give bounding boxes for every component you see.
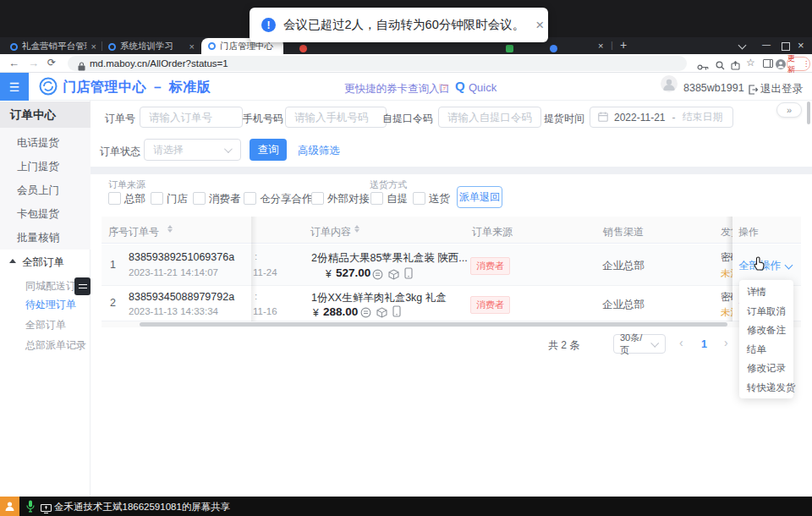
search-button[interactable]: 查询 bbox=[250, 139, 287, 161]
cell-index: 2 bbox=[110, 297, 116, 309]
action-dropdown-menu: 详情 订单取消 修改备注 结单 修改记录 转快递发货 bbox=[739, 280, 793, 398]
checkbox-hq-label[interactable]: 总部 bbox=[124, 192, 145, 206]
receipt-icon[interactable] bbox=[372, 268, 383, 283]
package-icon[interactable] bbox=[376, 306, 387, 321]
collapse-filters-button[interactable]: » bbox=[776, 102, 802, 118]
sidebar-item-card-pickup[interactable]: 卡包提货 bbox=[17, 207, 59, 222]
reload-button[interactable]: ⟳ bbox=[47, 57, 56, 69]
share-icon[interactable] bbox=[731, 58, 740, 74]
chrome-update-button[interactable]: 更新 ⋮ bbox=[787, 57, 810, 71]
window-close-button[interactable]: × bbox=[798, 39, 804, 52]
sidebar-item-door-pickup[interactable]: 上门提货 bbox=[17, 160, 59, 174]
page-size-value: 30条/页 bbox=[620, 332, 651, 357]
phone-input[interactable] bbox=[285, 107, 387, 128]
cell-created-at: 2023-11-21 14:14:07 bbox=[129, 267, 218, 277]
forward-button[interactable]: → bbox=[28, 57, 39, 69]
side-panel-icon[interactable] bbox=[763, 59, 773, 68]
collapse-icon: » bbox=[787, 106, 792, 115]
receipt-icon[interactable] bbox=[360, 306, 371, 321]
advanced-filter-link[interactable]: 高级筛选 bbox=[298, 144, 340, 158]
sidebar-item-member-visit[interactable]: 会员上门 bbox=[17, 184, 59, 198]
pagination-next[interactable]: › bbox=[724, 336, 728, 349]
microphone-icon[interactable] bbox=[26, 500, 35, 516]
sidebar-section-order-center[interactable]: 订单中心 bbox=[0, 102, 91, 128]
pickup-time-label: 提货时间 bbox=[544, 112, 584, 126]
source-group-label: 订单来源 bbox=[108, 178, 145, 191]
logout-button[interactable]: 退出登录 bbox=[760, 82, 803, 96]
table-hscrollbar-thumb[interactable] bbox=[140, 322, 727, 327]
dispatch-return-button[interactable]: 派单退回 bbox=[457, 186, 502, 208]
pointing-finger-icon: ☞ bbox=[438, 80, 449, 95]
fixed-left-shadow bbox=[251, 217, 257, 321]
menu-item-details[interactable]: 详情 bbox=[739, 283, 793, 302]
checkbox-self-pickup[interactable] bbox=[370, 192, 383, 205]
tab-close-icon[interactable]: × bbox=[91, 41, 96, 52]
checkbox-warehouse-coop-label[interactable]: 仓分享合作 bbox=[260, 192, 313, 206]
window-minimize-button[interactable]: — bbox=[762, 40, 771, 49]
hidden-tab-close-icon[interactable]: × bbox=[598, 41, 603, 51]
zoom-icon[interactable] bbox=[716, 58, 725, 74]
sidebar-subitem-all-orders[interactable]: 全部订单 bbox=[25, 318, 66, 332]
share-app-badge[interactable] bbox=[0, 497, 19, 516]
checkbox-store-label[interactable]: 门店 bbox=[167, 192, 188, 206]
tab-training[interactable]: 系统培训学习 × bbox=[103, 39, 199, 54]
coupon-query-link[interactable]: 更快捷的券卡查询入口 bbox=[344, 82, 450, 96]
page-scrollbar-thumb[interactable] bbox=[807, 102, 810, 124]
quick-search-icon[interactable]: Q bbox=[455, 79, 465, 93]
checkbox-external[interactable] bbox=[311, 192, 324, 205]
checkbox-delivery[interactable] bbox=[413, 192, 425, 205]
checkbox-self-pickup-label[interactable]: 自提 bbox=[387, 192, 408, 206]
window-maximize-button[interactable] bbox=[782, 42, 790, 51]
order-status-label: 订单状态 bbox=[100, 145, 140, 159]
toast-close-icon[interactable]: × bbox=[535, 17, 544, 34]
new-tab-button[interactable]: + bbox=[620, 38, 627, 52]
back-button[interactable]: ← bbox=[8, 57, 19, 69]
order-no-input[interactable] bbox=[140, 107, 243, 128]
hidden-tab-favicon-blue bbox=[550, 45, 557, 52]
checkbox-external-label[interactable]: 外部对接 bbox=[327, 192, 370, 206]
logout-icon bbox=[748, 83, 758, 98]
date-range-input[interactable]: 2022-11-21 - 结束日期 bbox=[590, 107, 733, 128]
checkbox-consumer-label[interactable]: 消费者 bbox=[209, 192, 241, 206]
sort-order-no-icon[interactable] bbox=[167, 225, 173, 233]
pagination-prev[interactable]: ‹ bbox=[679, 336, 683, 349]
menu-item-edit-history[interactable]: 修改记录 bbox=[739, 359, 793, 378]
menu-item-to-express[interactable]: 转快递发货 bbox=[739, 378, 793, 398]
toast-text: 会议已超过2人，自动转为60分钟限时会议。 bbox=[283, 17, 524, 33]
checkbox-delivery-label[interactable]: 送货 bbox=[429, 192, 450, 206]
bookmark-star-icon[interactable]: ☆ bbox=[746, 57, 755, 69]
order-no-label: 订单号 bbox=[105, 112, 135, 126]
url-text[interactable]: md.maboy.cn/AllOrder?status=1 bbox=[90, 58, 228, 69]
profile-avatar-icon[interactable] bbox=[776, 58, 786, 73]
package-icon[interactable] bbox=[388, 268, 399, 283]
action-col-header: 操作 bbox=[732, 217, 801, 244]
order-status-select[interactable]: 请选择 bbox=[144, 139, 241, 161]
phone-icon[interactable] bbox=[392, 305, 401, 321]
pickup-code-input[interactable] bbox=[438, 107, 541, 128]
quick-link[interactable]: Quick bbox=[469, 81, 497, 94]
sidebar-drag-handle[interactable] bbox=[74, 277, 91, 295]
tab-close-icon[interactable]: × bbox=[189, 41, 195, 52]
sidebar-subitem-hq-dispatch-log[interactable]: 总部派单记录 bbox=[25, 338, 86, 353]
select-placeholder: 请选择 bbox=[153, 143, 224, 157]
menu-item-edit-note[interactable]: 修改备注 bbox=[739, 321, 793, 340]
checkbox-warehouse-coop[interactable] bbox=[244, 192, 256, 205]
page-size-select[interactable]: 30条/页 bbox=[613, 334, 666, 354]
checkbox-store[interactable] bbox=[151, 192, 163, 205]
checkbox-hq[interactable] bbox=[108, 192, 121, 205]
sidebar-toggle-button[interactable]: ☰ bbox=[0, 73, 29, 101]
checkbox-consumer[interactable] bbox=[193, 192, 206, 205]
sidebar-subitem-pending-orders[interactable]: 待处理订单 bbox=[25, 298, 76, 312]
sidebar-group-all-orders[interactable]: 全部订单 bbox=[22, 255, 64, 270]
phone-icon[interactable] bbox=[404, 267, 413, 283]
menu-item-close-order[interactable]: 结单 bbox=[739, 340, 793, 360]
sort-content-icon[interactable] bbox=[354, 225, 359, 233]
menu-item-cancel-order[interactable]: 订单取消 bbox=[739, 302, 793, 321]
tab-title: 系统培训学习 bbox=[120, 41, 185, 52]
username[interactable]: 8385wb1991 bbox=[683, 82, 744, 94]
sidebar-item-batch-verify[interactable]: 批量核销 bbox=[17, 231, 59, 245]
tab-gift-platform[interactable]: 礼盒营销平台管理中心 × bbox=[5, 39, 101, 54]
sidebar-item-phone-pickup[interactable]: 电话提货 bbox=[17, 136, 59, 151]
screen-share-icon[interactable] bbox=[41, 502, 52, 516]
pagination-page-1[interactable]: 1 bbox=[701, 338, 707, 350]
